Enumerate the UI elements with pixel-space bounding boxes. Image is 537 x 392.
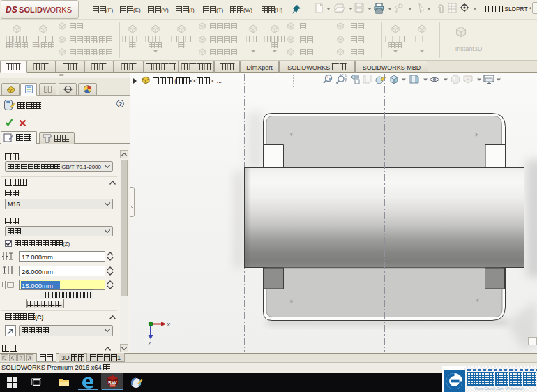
svg-text:X: X [167,322,171,328]
svg-text:2016: 2016 [110,384,116,387]
svg-text:Z: Z [148,340,151,347]
